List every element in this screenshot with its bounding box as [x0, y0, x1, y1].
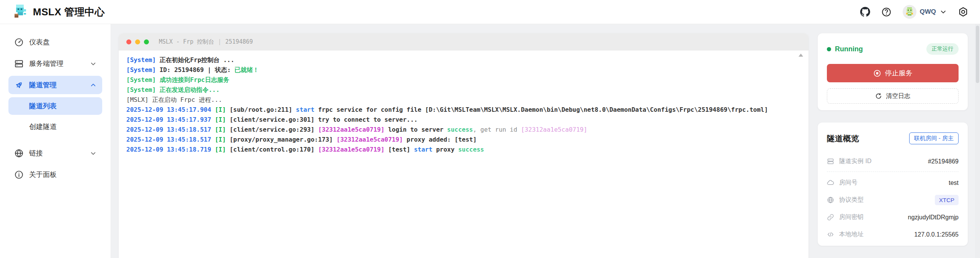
- tunnel-overview-card: 隧道概览 联机房间 - 房主 隧道实例 ID #25194869 房间号 tes…: [818, 122, 968, 246]
- stop-icon: [873, 69, 881, 77]
- sidebar-spacer: [0, 139, 111, 144]
- chevron-up-icon: [90, 82, 97, 89]
- sidebar-item-create-tunnel[interactable]: 创建隧道: [8, 118, 102, 136]
- overview-row-protocol: 协议类型 XTCP: [827, 191, 959, 209]
- sidebar-item-label: 链接: [29, 149, 43, 158]
- topbar-actions: QWQ: [860, 5, 980, 19]
- overview-row-room-number: 房间号 test: [827, 174, 959, 191]
- sidebar-item-label: 服务端管理: [29, 59, 64, 68]
- code-icon: [827, 231, 835, 238]
- overview-header: 隧道概览 联机房间 - 房主: [818, 122, 968, 149]
- log-line: 2025-12-09 13:45:17.937 [I] [client/serv…: [126, 115, 801, 125]
- log-line: [System] 成功连接到Frpc日志服务: [126, 75, 801, 85]
- status-badge: 正常运行: [926, 43, 959, 55]
- globe-icon: [14, 148, 24, 158]
- chevron-down-icon[interactable]: [939, 8, 947, 16]
- rocket-icon: [14, 80, 24, 90]
- topbar: MSLX 管理中心: [0, 0, 980, 24]
- row-label: 房间密钥: [839, 213, 864, 221]
- overview-row-instance-id: 隧道实例 ID #25194869: [827, 153, 959, 170]
- divider: [827, 171, 959, 172]
- sidebar-item-label: 隧道列表: [29, 101, 57, 111]
- sidebar-item-label: 创建隧道: [29, 122, 57, 131]
- globe-icon: [827, 196, 835, 204]
- frp-console-window: MSLX - Frp 控制台|25194869 [System] 正在初始化Fr…: [119, 33, 808, 258]
- sidebar-item-links[interactable]: 链接: [8, 144, 102, 162]
- brand: MSLX 管理中心: [0, 4, 105, 20]
- info-icon: [14, 170, 24, 180]
- avatar[interactable]: [903, 5, 916, 19]
- protocol-badge: XTCP: [935, 195, 959, 205]
- row-label: 本地地址: [839, 230, 864, 238]
- scrollbar-thumb[interactable]: [976, 26, 979, 83]
- status-row: Running 正常运行: [818, 33, 968, 55]
- log-line: [System] ID: 25194869 | 状态: 已就绪！: [126, 65, 801, 75]
- sidebar-item-tunnel-management[interactable]: 隧道管理: [8, 76, 102, 94]
- log-line: [MSLX] 正在启动 Frpc 进程...: [126, 95, 801, 105]
- server-icon: [14, 59, 24, 69]
- log-line: 2025-12-09 13:45:17.904 [I] [sub/root.go…: [126, 105, 801, 115]
- row-label: 隧道实例 ID: [839, 157, 871, 165]
- row-label: 协议类型: [839, 196, 864, 204]
- sidebar-item-label: 仪表盘: [29, 38, 50, 47]
- traffic-light-yellow: [135, 39, 140, 44]
- terminal-instance-id: 25194869: [225, 38, 253, 45]
- terminal-titlebar: MSLX - Frp 控制台|25194869: [119, 33, 808, 51]
- traffic-light-red: [126, 39, 131, 44]
- overview-rows: 隧道实例 ID #25194869 房间号 test 协议类型 XTCP: [818, 149, 968, 243]
- sidebar-item-dashboard[interactable]: 仪表盘: [8, 33, 102, 51]
- cloud-icon: [827, 179, 835, 187]
- overview-row-room-key: 房间密钥 ngzjudylDtDRgmjp: [827, 209, 959, 226]
- clear-button-label: 清空日志: [886, 92, 910, 100]
- link-icon: [827, 214, 835, 221]
- service-status-card: Running 正常运行 停止服务 清空日志: [818, 33, 968, 110]
- sidebar-item-label: 隧道管理: [29, 80, 57, 90]
- overview-row-local-address: 本地地址 127.0.0.1:25565: [827, 226, 959, 243]
- row-value: #25194869: [928, 158, 959, 165]
- chevron-down-icon: [90, 150, 97, 157]
- row-value: 127.0.0.1:25565: [914, 231, 959, 238]
- overview-title: 隧道概览: [827, 133, 859, 144]
- user-menu[interactable]: QWQ: [903, 5, 947, 19]
- sidebar-item-about[interactable]: 关于面板: [8, 165, 102, 184]
- page-scrollbar[interactable]: [975, 24, 980, 258]
- log-line: 2025-12-09 13:45:18.719 [I] [client/cont…: [126, 145, 801, 155]
- title-separator: |: [218, 38, 221, 45]
- sidebar: 仪表盘 服务端管理 隧道管理 隧: [0, 24, 111, 258]
- gauge-icon: [14, 37, 24, 47]
- row-label: 房间号: [839, 179, 858, 187]
- app-logo-icon: [13, 4, 28, 20]
- terminal-title: MSLX - Frp 控制台|25194869: [159, 38, 253, 46]
- clear-logs-button[interactable]: 清空日志: [827, 88, 959, 104]
- refresh-icon: [875, 93, 882, 100]
- sidebar-item-label: 关于面板: [29, 170, 57, 179]
- log-line: 2025-12-09 13:45:18.517 [I] [client/serv…: [126, 125, 801, 135]
- stop-button-label: 停止服务: [885, 69, 913, 78]
- row-value: test: [949, 180, 959, 186]
- running-dot-icon: [827, 47, 831, 51]
- stop-service-button[interactable]: 停止服务: [827, 64, 959, 82]
- sidebar-item-server-management[interactable]: 服务端管理: [8, 54, 102, 73]
- terminal-log[interactable]: [System] 正在初始化Frp控制台 ...[System] ID: 251…: [119, 51, 808, 159]
- running-label: Running: [835, 45, 863, 53]
- log-line: [System] 正在初始化Frp控制台 ...: [126, 55, 801, 65]
- scroll-up-arrow[interactable]: [799, 54, 803, 57]
- help-icon[interactable]: [881, 7, 892, 17]
- github-icon[interactable]: [860, 7, 871, 17]
- chevron-down-icon: [90, 60, 97, 67]
- server-icon: [827, 158, 835, 165]
- traffic-light-green: [144, 39, 149, 44]
- app-title: MSLX 管理中心: [33, 5, 105, 19]
- room-host-badge: 联机房间 - 房主: [909, 132, 959, 144]
- row-value: ngzjudylDtDRgmjp: [908, 214, 959, 221]
- username[interactable]: QWQ: [920, 8, 936, 16]
- log-line: 2025-12-09 13:45:18.517 [I] [proxy/proxy…: [126, 135, 801, 145]
- settings-icon[interactable]: [958, 7, 969, 17]
- log-line: [System] 正在发送启动指令...: [126, 85, 801, 95]
- sidebar-item-tunnel-list[interactable]: 隧道列表: [8, 97, 102, 115]
